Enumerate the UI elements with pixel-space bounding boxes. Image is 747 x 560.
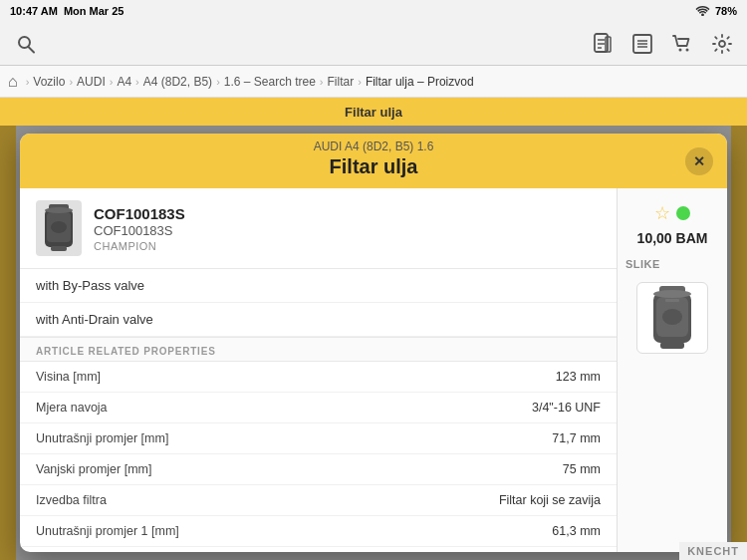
modal-right-panel: ☆ 10,00 BAM SLIKE (618, 188, 727, 552)
product-code1: COF100183S (94, 205, 601, 222)
toolbar-left (12, 30, 40, 58)
spec-value-3: 75 mm (563, 462, 601, 476)
article-header: ARTICLE RELATED PROPERTIES (20, 337, 617, 362)
svg-point-11 (679, 48, 682, 51)
modal-title: Filtar ulja (330, 155, 418, 178)
availability-dot (676, 206, 690, 220)
modal-subtitle: AUDI A4 (8D2, B5) 1.6 (314, 140, 434, 153)
status-left: 10:47 AM Mon Mar 25 (10, 5, 124, 17)
svg-point-23 (653, 290, 691, 298)
yellow-bar-label: Filtar ulja (345, 105, 402, 120)
top-toolbar (0, 22, 747, 66)
wifi-icon (695, 5, 710, 18)
price-icons: ☆ (654, 202, 690, 224)
spec-label-3: Vanjski promjer [mm] (36, 462, 151, 476)
price-box: ☆ 10,00 BAM (637, 202, 708, 246)
svg-rect-24 (660, 342, 684, 349)
search-button[interactable] (12, 30, 40, 58)
breadcrumb-a4-8d2[interactable]: A4 (8D2, B5) (143, 75, 212, 89)
status-bar: 10:47 AM Mon Mar 25 78% (0, 0, 747, 22)
modal-left-panel: COF100183S COF100183S CHAMPION with By-P… (20, 188, 618, 552)
svg-point-13 (719, 41, 725, 47)
breadcrumb-audi[interactable]: AUDI (77, 75, 106, 89)
spec-row-0: Visina [mm] 123 mm (20, 362, 617, 393)
spec-value-2: 71,7 mm (552, 431, 601, 445)
property-antidrain-label: with Anti-Drain valve (36, 312, 153, 327)
cart-icon[interactable] (669, 31, 695, 57)
spec-row-6: Tlak otvaranja prijemosnog ventila [bar]… (20, 547, 617, 552)
star-icon: ☆ (654, 202, 670, 224)
spec-row-5: Unutrašnji promjer 1 [mm] 61,3 mm (20, 516, 617, 547)
spec-label-1: Mjera navoja (36, 401, 108, 415)
status-right: 78% (695, 5, 737, 18)
spec-value-4: Filtar koji se zavija (499, 493, 601, 507)
spec-value-5: 61,3 mm (552, 524, 601, 538)
spec-label-5: Unutrašnji promjer 1 [mm] (36, 524, 179, 538)
breadcrumb: ⌂ › Vozilo › AUDI › A4 › A4 (8D2, B5) › … (0, 66, 747, 98)
product-thumbnail[interactable] (636, 282, 708, 354)
main-area: AUDI A4 (8D2, B5) 1.6 Filtar ulja ✕ (0, 126, 747, 560)
property-antidrain: with Anti-Drain valve (20, 303, 617, 337)
breadcrumb-vozilo[interactable]: Vozilo (33, 75, 65, 89)
modal-overlay: AUDI A4 (8D2, B5) 1.6 Filtar ulja ✕ (0, 126, 747, 560)
modal-header: AUDI A4 (8D2, B5) 1.6 Filtar ulja ✕ (20, 134, 727, 188)
product-header: COF100183S COF100183S CHAMPION (20, 188, 617, 269)
spec-label-4: Izvedba filtra (36, 493, 107, 507)
product-image-svg (39, 202, 79, 254)
toolbar-right (590, 31, 735, 57)
spec-row-3: Vanjski promjer [mm] 75 mm (20, 454, 617, 485)
yellow-bar: Filtar ulja (0, 98, 747, 126)
product-image (36, 200, 82, 256)
spec-row-2: Unutrašnji promjer [mm] 71,7 mm (20, 423, 617, 454)
time-label: 10:47 AM (10, 5, 58, 17)
modal-body: COF100183S COF100183S CHAMPION with By-P… (20, 188, 727, 552)
svg-rect-18 (51, 246, 67, 251)
spec-value-1: 3/4"-16 UNF (532, 401, 601, 415)
breadcrumb-filtar[interactable]: Filtar (328, 75, 355, 89)
thumbnail-svg (643, 284, 701, 352)
product-brand: CHAMPION (94, 240, 601, 252)
modal-dialog: AUDI A4 (8D2, B5) 1.6 Filtar ulja ✕ (20, 134, 727, 552)
spec-row-1: Mjera navoja 3/4"-16 UNF (20, 393, 617, 423)
svg-point-19 (51, 221, 67, 233)
battery-label: 78% (715, 5, 737, 17)
property-bypass-label: with By-Pass valve (36, 278, 144, 293)
spec-row-4: Izvedba filtra Filtar koji se zavija (20, 485, 617, 516)
svg-point-12 (686, 48, 689, 51)
breadcrumb-filtar-ulja[interactable]: Filtar ulja – Proizvod (366, 75, 474, 89)
list-icon[interactable] (629, 31, 655, 57)
breadcrumb-a4[interactable]: A4 (117, 75, 131, 89)
svg-rect-26 (665, 299, 679, 302)
product-info: COF100183S COF100183S CHAMPION (94, 205, 601, 252)
property-bypass: with By-Pass valve (20, 269, 617, 303)
settings-icon[interactable] (709, 31, 735, 57)
svg-point-25 (662, 309, 682, 325)
breadcrumb-search-tree[interactable]: 1.6 – Search tree (224, 75, 316, 89)
product-code2: COF100183S (94, 223, 601, 238)
spec-label-2: Unutrašnji promjer [mm] (36, 431, 168, 445)
slike-label: SLIKE (625, 258, 660, 270)
modal-close-button[interactable]: ✕ (685, 147, 713, 175)
svg-point-17 (45, 207, 73, 213)
home-button[interactable]: ⌂ (8, 73, 18, 91)
price-label: 10,00 BAM (637, 230, 708, 246)
document-icon[interactable] (590, 31, 616, 57)
spec-value-0: 123 mm (556, 370, 601, 384)
date-label: Mon Mar 25 (64, 5, 124, 17)
knecht-label: KNECHT (679, 542, 747, 560)
spec-label-0: Visina [mm] (36, 370, 101, 384)
svg-line-1 (29, 47, 35, 53)
